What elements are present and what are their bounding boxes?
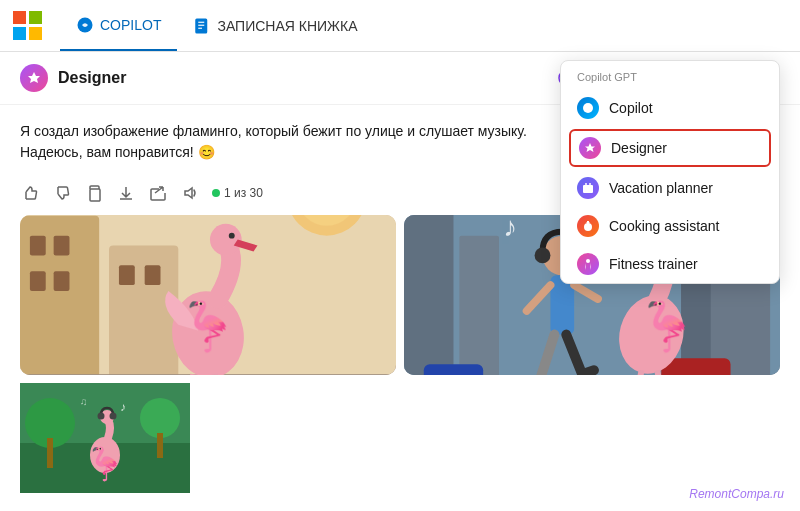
chat-title: Designer xyxy=(58,69,126,87)
dropdown-item-cooking[interactable]: Cooking assistant xyxy=(561,207,779,245)
svg-point-62 xyxy=(110,413,117,420)
svg-text:♪: ♪ xyxy=(503,215,517,242)
svg-rect-14 xyxy=(54,236,70,256)
cooking-item-icon xyxy=(577,215,599,237)
svg-rect-54 xyxy=(20,443,190,493)
nav-tab-notebook[interactable]: ЗАПИСНАЯ КНИЖКА xyxy=(177,0,373,51)
svg-rect-66 xyxy=(583,185,593,193)
fitness-item-label: Fitness trainer xyxy=(609,256,698,272)
nav-tab-copilot[interactable]: COPILOT xyxy=(60,0,177,51)
svg-rect-5 xyxy=(196,18,208,33)
thumbs-down-icon[interactable] xyxy=(52,183,72,203)
flamingo-image-1[interactable] xyxy=(20,215,396,375)
svg-point-71 xyxy=(586,259,590,263)
svg-point-26 xyxy=(229,233,235,239)
fitness-item-icon xyxy=(577,253,599,275)
svg-point-25 xyxy=(210,224,242,256)
speaker-icon[interactable] xyxy=(180,183,200,203)
vacation-item-icon xyxy=(577,177,599,199)
dropdown-item-copilot[interactable]: Copilot xyxy=(561,89,779,127)
copilot-item-label: Copilot xyxy=(609,100,653,116)
svg-point-59 xyxy=(90,437,120,473)
svg-rect-58 xyxy=(157,433,163,458)
svg-rect-16 xyxy=(54,271,70,291)
watermark: RemontCompa.ru xyxy=(689,487,784,501)
green-dot-indicator xyxy=(212,189,220,197)
svg-rect-19 xyxy=(145,265,161,285)
svg-rect-15 xyxy=(30,271,46,291)
dropdown-item-vacation[interactable]: Vacation planner xyxy=(561,169,779,207)
navbar: COPILOT ЗАПИСНАЯ КНИЖКА xyxy=(0,0,800,52)
windows-logo-icon[interactable] xyxy=(12,10,44,42)
svg-point-44 xyxy=(535,248,551,264)
download-icon[interactable] xyxy=(116,183,136,203)
share-icon[interactable] xyxy=(148,183,168,203)
copilot-item-icon xyxy=(577,97,599,119)
counter-badge: 1 из 30 xyxy=(212,186,263,200)
dropdown-item-designer[interactable]: Designer xyxy=(569,129,771,167)
svg-rect-1 xyxy=(29,11,42,24)
svg-text:♪: ♪ xyxy=(120,400,126,414)
svg-rect-32 xyxy=(404,215,453,375)
svg-point-69 xyxy=(584,223,592,231)
svg-rect-2 xyxy=(13,27,26,40)
copilot-gpt-dropdown: Copilot GPT Copilot Designer Vacati xyxy=(560,60,780,284)
designer-item-icon xyxy=(579,137,601,159)
designer-item-label: Designer xyxy=(611,140,667,156)
svg-rect-33 xyxy=(459,236,499,375)
flamingo-image-3[interactable]: ♪ ♫ xyxy=(20,383,190,493)
svg-point-61 xyxy=(98,413,105,420)
counter-text: 1 из 30 xyxy=(224,186,263,200)
designer-avatar xyxy=(20,64,48,92)
svg-rect-36 xyxy=(424,364,483,375)
svg-point-56 xyxy=(140,398,180,438)
dropdown-header: Copilot GPT xyxy=(561,61,779,89)
svg-rect-10 xyxy=(90,189,100,201)
svg-rect-13 xyxy=(30,236,46,256)
svg-rect-70 xyxy=(587,221,589,224)
svg-rect-0 xyxy=(13,11,26,24)
copilot-nav-icon xyxy=(76,16,94,34)
thumbs-up-icon[interactable] xyxy=(20,183,40,203)
svg-rect-57 xyxy=(47,438,53,468)
cooking-item-label: Cooking assistant xyxy=(609,218,720,234)
copilot-tab-label: COPILOT xyxy=(100,17,161,33)
copy-icon[interactable] xyxy=(84,183,104,203)
svg-rect-18 xyxy=(119,265,135,285)
notebook-nav-icon xyxy=(193,17,211,35)
svg-rect-3 xyxy=(29,27,42,40)
chat-header-left: Designer xyxy=(20,64,126,92)
dropdown-item-fitness[interactable]: Fitness trainer xyxy=(561,245,779,283)
notebook-tab-label: ЗАПИСНАЯ КНИЖКА xyxy=(217,18,357,34)
vacation-item-label: Vacation planner xyxy=(609,180,713,196)
svg-text:♫: ♫ xyxy=(80,396,88,407)
